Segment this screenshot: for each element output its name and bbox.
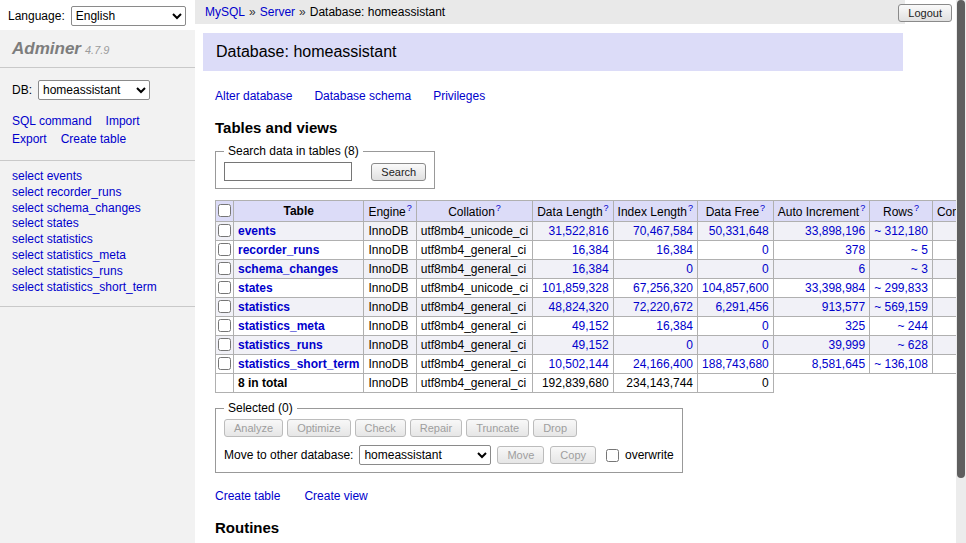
index-length-link[interactable]: 67,256,320 — [633, 281, 693, 295]
data-length-link[interactable]: 16,384 — [572, 262, 609, 276]
auto-increment-link[interactable]: 39,999 — [828, 338, 865, 352]
rows-link[interactable]: ~ 312,180 — [874, 224, 928, 238]
column-help-link[interactable]: ? — [860, 203, 865, 213]
sidebar-link-export[interactable]: Export — [12, 132, 47, 146]
alter-database-link[interactable]: Alter database — [215, 89, 292, 103]
sidebar-table-link[interactable]: select statistics_meta — [12, 248, 183, 264]
index-length-link[interactable]: 24,166,400 — [633, 357, 693, 371]
data-free-link[interactable]: 0 — [762, 319, 769, 333]
rows-link[interactable]: ~ 299,833 — [874, 281, 928, 295]
column-help-link[interactable]: ? — [688, 203, 693, 213]
row-checkbox[interactable] — [218, 262, 231, 275]
auto-increment-link[interactable]: 378 — [845, 243, 865, 257]
rows-link[interactable]: ~ 628 — [898, 338, 928, 352]
row-checkbox[interactable] — [218, 243, 231, 256]
row-checkbox[interactable] — [218, 224, 231, 237]
index-length-link[interactable]: 16,384 — [656, 319, 693, 333]
scrollbar-thumb[interactable] — [957, 0, 965, 478]
data-free-link[interactable]: 0 — [762, 262, 769, 276]
breadcrumb-mysql-link[interactable]: MySQL — [205, 5, 245, 19]
adminer-logo-link[interactable]: Adminer — [12, 39, 81, 58]
data-free-link[interactable]: 0 — [762, 243, 769, 257]
rows-link[interactable]: ~ 244 — [898, 319, 928, 333]
sidebar-table-link[interactable]: select statistics_runs — [12, 264, 183, 280]
index-length-link[interactable]: 16,384 — [656, 243, 693, 257]
database-schema-link[interactable]: Database schema — [314, 89, 411, 103]
sidebar-table-link[interactable]: select statistics_short_term — [12, 280, 183, 296]
table-name-link[interactable]: schema_changes — [238, 262, 338, 276]
language-select[interactable]: English — [71, 6, 186, 26]
rows-link[interactable]: ~ 5 — [911, 243, 928, 257]
selected-action-button[interactable]: Check — [355, 419, 406, 437]
sidebar-table-link[interactable]: select recorder_runs — [12, 185, 183, 201]
sidebar-table-link[interactable]: select schema_changes — [12, 201, 183, 217]
data-length-link[interactable]: 31,522,816 — [549, 224, 609, 238]
sidebar-link-sql-command[interactable]: SQL command — [12, 114, 92, 128]
table-name-link[interactable]: statistics — [238, 300, 290, 314]
data-free-link[interactable]: 104,857,600 — [702, 281, 769, 295]
table-name-link[interactable]: recorder_runs — [238, 243, 319, 257]
selected-action-button[interactable]: Truncate — [466, 419, 529, 437]
table-name-link[interactable]: events — [238, 224, 276, 238]
row-checkbox[interactable] — [218, 338, 231, 351]
column-help-link[interactable]: ? — [496, 203, 501, 213]
data-length-link[interactable]: 49,152 — [572, 319, 609, 333]
data-free-link[interactable]: 6,291,456 — [715, 300, 768, 314]
create-table-link[interactable]: Create table — [215, 489, 280, 503]
auto-increment-link[interactable]: 8,581,645 — [812, 357, 865, 371]
overwrite-checkbox[interactable] — [606, 449, 619, 462]
search-input[interactable] — [224, 162, 352, 181]
move-button[interactable]: Move — [497, 446, 544, 464]
auto-increment-link[interactable]: 33,398,984 — [805, 281, 865, 295]
rows-link[interactable]: ~ 3 — [911, 262, 928, 276]
column-help-link[interactable]: ? — [760, 203, 765, 213]
data-length-link[interactable]: 16,384 — [572, 243, 609, 257]
data-length-link[interactable]: 49,152 — [572, 338, 609, 352]
rows-link[interactable]: ~ 136,108 — [874, 357, 928, 371]
index-length-link[interactable]: 72,220,672 — [633, 300, 693, 314]
data-length-link[interactable]: 48,824,320 — [549, 300, 609, 314]
db-select[interactable]: homeassistant — [38, 80, 150, 100]
row-checkbox[interactable] — [218, 281, 231, 294]
index-length-link[interactable]: 70,467,584 — [633, 224, 693, 238]
copy-button[interactable]: Copy — [550, 446, 596, 464]
table-name-link[interactable]: states — [238, 281, 273, 295]
rows-link[interactable]: ~ 569,159 — [874, 300, 928, 314]
auto-increment-link[interactable]: 33,898,196 — [805, 224, 865, 238]
move-database-select[interactable]: homeassistant — [359, 445, 491, 465]
selected-action-button[interactable]: Repair — [410, 419, 462, 437]
column-help-link[interactable]: ? — [914, 203, 919, 213]
sidebar-table-link[interactable]: select events — [12, 169, 183, 185]
auto-increment-link[interactable]: 325 — [845, 319, 865, 333]
privileges-link[interactable]: Privileges — [433, 89, 485, 103]
sidebar-table-link[interactable]: select states — [12, 216, 183, 232]
auto-increment-link[interactable]: 6 — [858, 262, 865, 276]
select-all-checkbox[interactable] — [218, 204, 231, 217]
selected-action-button[interactable]: Optimize — [287, 419, 350, 437]
selected-action-button[interactable]: Drop — [533, 419, 577, 437]
sidebar-table-link[interactable]: select statistics — [12, 232, 183, 248]
vertical-scrollbar[interactable] — [956, 0, 966, 543]
row-checkbox[interactable] — [218, 357, 231, 370]
data-free-link[interactable]: 0 — [762, 338, 769, 352]
row-checkbox[interactable] — [218, 319, 231, 332]
data-free-link[interactable]: 188,743,680 — [702, 357, 769, 371]
auto-increment-link[interactable]: 913,577 — [822, 300, 865, 314]
column-help-link[interactable]: ? — [604, 203, 609, 213]
row-checkbox[interactable] — [218, 300, 231, 313]
table-name-link[interactable]: statistics_short_term — [238, 357, 359, 371]
create-view-link[interactable]: Create view — [304, 489, 367, 503]
index-length-link[interactable]: 0 — [686, 338, 693, 352]
logout-button[interactable]: Logout — [898, 4, 952, 22]
table-name-link[interactable]: statistics_runs — [238, 338, 323, 352]
data-length-link[interactable]: 10,502,144 — [549, 357, 609, 371]
sidebar-link-create-table[interactable]: Create table — [61, 132, 126, 146]
data-length-link[interactable]: 101,859,328 — [542, 281, 609, 295]
data-free-link[interactable]: 50,331,648 — [709, 224, 769, 238]
breadcrumb-server-link[interactable]: Server — [260, 5, 295, 19]
sidebar-link-import[interactable]: Import — [106, 114, 140, 128]
index-length-link[interactable]: 0 — [686, 262, 693, 276]
table-name-link[interactable]: statistics_meta — [238, 319, 325, 333]
search-button[interactable]: Search — [371, 163, 426, 181]
column-help-link[interactable]: ? — [407, 203, 412, 213]
